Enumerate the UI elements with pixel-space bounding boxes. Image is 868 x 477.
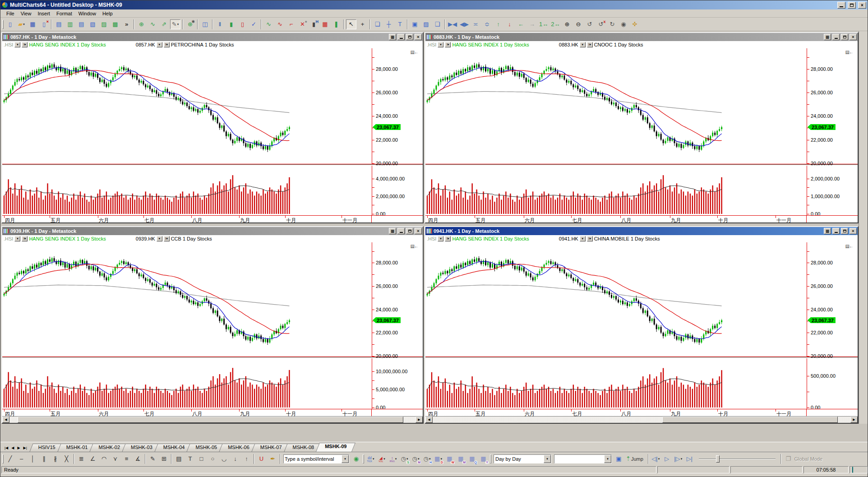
daily-resolution-button[interactable]: ▦D▾ (433, 454, 443, 464)
quarterly-resolution-button[interactable]: ▦Q (467, 454, 477, 464)
fib-arc-tool[interactable]: ◠ (99, 454, 109, 464)
note-tool[interactable]: ▤ (174, 454, 184, 464)
horizontal-scrollbar[interactable]: ◀▶ (425, 416, 858, 423)
point-figure-style-button[interactable]: ✕● (297, 19, 308, 29)
replay-step-back-button[interactable]: ◁|▾ (651, 454, 661, 464)
panel-title-bar[interactable]: 0883.HK - 1 Day - Metastock▦× (425, 33, 858, 41)
scroll-left-arrow-icon[interactable]: ◀ (2, 417, 9, 423)
scroll-right-arrow-icon[interactable]: ▶ (850, 417, 858, 423)
next-tab-button[interactable]: ▶ (16, 445, 21, 450)
jump-button[interactable]: ⇡Jump (625, 454, 646, 464)
stock-interval-dropdown-icon[interactable]: I▾ (587, 42, 593, 47)
panel-title-bar[interactable]: 0939.HK - 1 Day - Metastock▦× (2, 227, 423, 235)
stock-dropdown-icon[interactable]: ▾ (157, 42, 162, 47)
replay-to-end-button[interactable]: ▷| (684, 454, 695, 464)
index-symbol[interactable]: .HSI (427, 42, 436, 47)
panel-minimize-button[interactable] (397, 34, 405, 40)
line-chart-style-button[interactable]: ∿ (263, 19, 274, 29)
price-axis[interactable]: ▤←28,000.0026,000.0024,000.0022,000.0020… (807, 242, 858, 357)
volume-chart[interactable] (2, 358, 372, 409)
index-dropdown-icon[interactable]: ▾ (14, 236, 20, 241)
compress-scale-button[interactable]: ≍ (471, 19, 481, 29)
mdi-vertical-scroll-strip[interactable] (859, 31, 868, 424)
first-tab-button[interactable]: |◀ (3, 445, 9, 450)
undo-button[interactable]: ↺ (584, 19, 595, 29)
date-axis[interactable]: 四月五月六月七月八月九月十月十一月 (425, 215, 858, 222)
stock-dropdown-icon[interactable]: ▾ (580, 236, 586, 241)
panel-close-button[interactable]: × (850, 34, 857, 40)
curve-tool[interactable]: ◡ (219, 454, 229, 464)
insert-signal-button[interactable]: ⇗ (159, 19, 169, 29)
vertical-line-tool[interactable]: │ (28, 454, 38, 464)
hours-resolution-button[interactable]: ◷H▾ (422, 454, 432, 464)
seconds-resolution-button[interactable]: ◷S▾ (399, 454, 410, 464)
minutes-resolution-button[interactable]: ◷M▾ (411, 454, 421, 464)
workspace-tab-mshk-06[interactable]: MSHK-06 (221, 444, 257, 452)
resolution-toolbar-grip[interactable] (363, 454, 364, 463)
auto-scroll-icon[interactable]: ▤← (411, 50, 418, 55)
apply-style-button[interactable]: ✓ (249, 19, 259, 29)
stock-symbol[interactable]: 0941.HK (559, 236, 578, 241)
workspace-tab-mshk-03[interactable]: MSHK-03 (124, 444, 160, 452)
menu-window[interactable]: Window (75, 10, 99, 17)
slider-thumb[interactable] (716, 455, 720, 463)
panel-minimize-button[interactable] (832, 34, 840, 40)
pan-hand-button[interactable]: ✜ (629, 19, 640, 29)
menu-format[interactable]: Format (53, 10, 75, 17)
save-desktop-button[interactable]: ▦ (28, 19, 38, 29)
replay-speed-dropdown[interactable]: ▾ (604, 455, 611, 463)
expand-scale-button[interactable]: ≎ (482, 19, 492, 29)
panel-restore-button[interactable] (841, 228, 848, 234)
minimize-button[interactable] (837, 2, 845, 9)
drawing-toolbar-grip[interactable] (2, 454, 4, 463)
index-dropdown-icon[interactable]: ▾ (438, 42, 443, 47)
index-interval-dropdown-icon[interactable]: I▾ (445, 42, 451, 47)
index-dropdown-icon[interactable]: ▾ (14, 42, 20, 47)
show-marker-button[interactable]: ┼ (383, 19, 394, 29)
up-candle-style-button[interactable]: ▮ (226, 19, 236, 29)
panel-extra-button[interactable]: ▦ (389, 228, 396, 234)
panel-restore-button[interactable] (841, 34, 848, 40)
new-chart-window-button[interactable]: ▤ (54, 19, 64, 29)
replay-mode-dropdown[interactable]: ▾ (544, 455, 551, 463)
volume-chart[interactable] (425, 358, 807, 409)
view-all-button[interactable]: ◉ (618, 19, 628, 29)
quote-manager-button[interactable]: ▩ (110, 19, 120, 29)
show-text-button[interactable]: T (395, 19, 405, 29)
scroll-right-button[interactable]: → (527, 19, 537, 29)
study-settings-button[interactable]: ⊕✱ (185, 19, 195, 29)
range-chart-button[interactable]: ↕RNG▾ (388, 454, 398, 464)
restore-button[interactable] (848, 2, 856, 9)
tick-chart-button[interactable]: ılılTICK▾ (365, 454, 376, 464)
magnet-tool[interactable]: U (256, 454, 267, 464)
stock-symbol[interactable]: 0883.HK (559, 42, 578, 47)
panel-close-button[interactable]: × (415, 34, 422, 40)
scrollbar-thumb[interactable] (662, 417, 838, 423)
down-candle-style-button[interactable]: ▯ (237, 19, 248, 29)
toolbar-grip[interactable] (2, 20, 4, 29)
replay-fast-forward-button[interactable]: |▷▾ (673, 454, 683, 464)
close-button[interactable]: × (858, 2, 866, 9)
ellipse-tool[interactable]: ○ (208, 454, 218, 464)
close-window-button[interactable]: ▯× (39, 19, 49, 29)
crossline-tool[interactable]: ╳ (61, 454, 72, 464)
replay-speed-slider[interactable] (699, 454, 776, 463)
text-tool[interactable]: T (185, 454, 195, 464)
chat-window-button[interactable]: ❑ (432, 19, 443, 29)
yearly-resolution-button[interactable]: ▦Y (478, 454, 489, 464)
stock-symbol[interactable]: 0857.HK (136, 42, 155, 47)
stock-symbol[interactable]: 0939.HK (136, 236, 155, 241)
scrollbar-track[interactable] (9, 417, 416, 423)
price-chart[interactable] (2, 48, 372, 164)
global-mode-button[interactable]: ❐ (783, 454, 794, 464)
insert-window-button[interactable]: ▨ (99, 19, 109, 29)
cycle-lines-tool[interactable]: ≡ (121, 454, 132, 464)
panel-extra-button[interactable]: ▦ (824, 34, 831, 40)
symbol-combo-dropdown[interactable]: ▾ (342, 455, 349, 463)
volume-chart[interactable] (425, 166, 807, 215)
insert-study-button[interactable]: ∿ (148, 19, 158, 29)
apply-symbol-button[interactable]: ◉ (351, 454, 361, 464)
index-symbol[interactable]: .HSI (4, 236, 13, 241)
prev-tab-button[interactable]: ◀ (10, 445, 15, 450)
scale-up-button[interactable]: ↑ (493, 19, 503, 29)
